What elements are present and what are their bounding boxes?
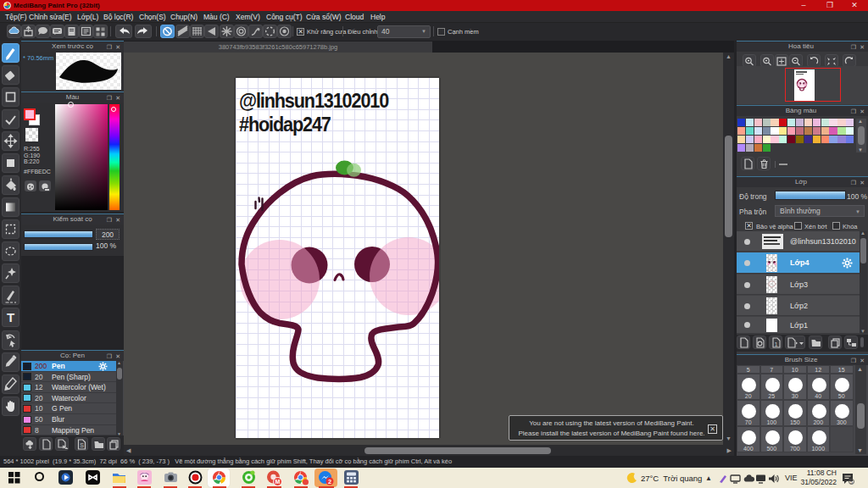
svg-text:M: M: [275, 479, 281, 485]
svg-text:2: 2: [328, 478, 331, 485]
svg-text:T: T: [7, 310, 14, 324]
svg-text:1: 1: [774, 341, 777, 348]
svg-text:S: S: [80, 442, 84, 448]
